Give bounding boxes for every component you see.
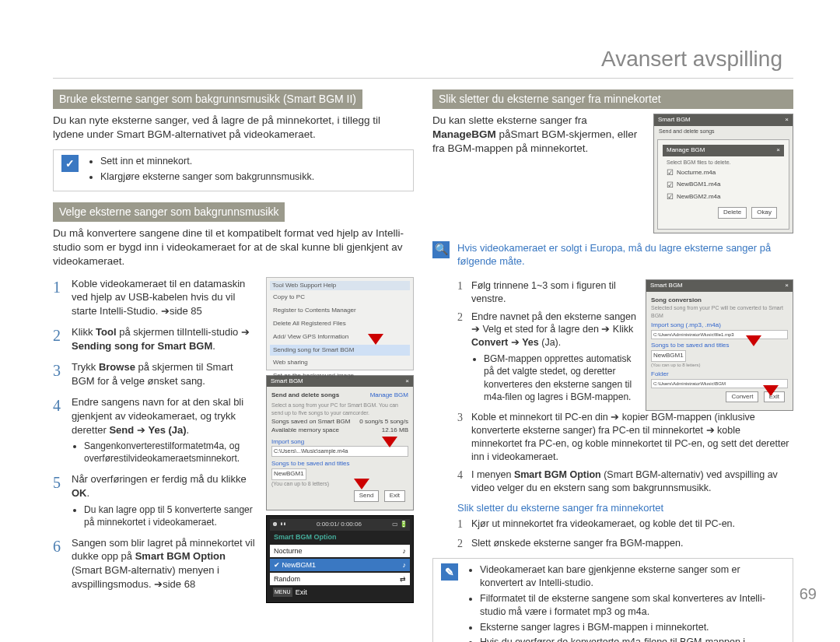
dialog-subtitle: Send and delete songs (654, 126, 793, 136)
dialog-subtitle: Song conversion (651, 296, 702, 303)
step-number: 2 (457, 537, 471, 552)
step-number: 3 (53, 360, 72, 381)
menu-item: Web sharing (270, 357, 410, 369)
path-field: C:\Users\...\Music\sample.m4a (271, 446, 408, 456)
hint: (You can up to 8 letters) (271, 480, 408, 487)
step-text: Endre navnet på den eksterne sangen ➔ Ve… (471, 310, 638, 403)
menu-item: Register to Contents Manager (270, 305, 410, 317)
menu-item-highlight: Sending song for Smart BGM (270, 345, 410, 356)
magnify-icon: 🔍 (432, 241, 450, 258)
label: Songs to be saved and titles (651, 342, 788, 350)
dialog-title: Smart BGM (658, 116, 691, 125)
europe-note-callout: 🔍 Hvis videokameraet er solgt i Europa, … (432, 241, 793, 268)
section-heading-smart-bgm: Bruke eksterne sanger som bakgrunnsmusik… (53, 89, 362, 109)
red-arrow-icon (354, 479, 369, 489)
dialog-subtitle: Send and delete songs (271, 391, 339, 400)
prereq-item: Klargjøre eksterne sanger som bakgrunnsm… (100, 170, 314, 184)
label: Import song (.mp3, .m4a) (651, 321, 788, 330)
step-text: I menyen Smart BGM Option (Smart BGM-alt… (471, 468, 793, 495)
name-field: NewBGM1 (271, 468, 306, 480)
prereq-item: Sett inn et minnekort. (100, 155, 314, 168)
step-number: 4 (457, 468, 471, 483)
red-arrow-icon (746, 335, 761, 346)
check-item: Nocturne.m4a (667, 167, 780, 178)
exit-label: Exit (296, 588, 307, 597)
red-arrow-icon (382, 437, 397, 447)
red-arrow-icon (368, 334, 383, 345)
menu-title: Smart BGM Option (270, 531, 410, 543)
menu-option: Nocturne (274, 546, 303, 556)
exit-button: Exit (384, 490, 405, 502)
label: Available memory space (271, 426, 339, 435)
note-item: Filformatet til de eksterne sangene som … (480, 592, 785, 619)
prereq-callout: ✓ Sett inn et minnekort. Klargjøre ekste… (53, 149, 414, 191)
play-controls-icon: ⏺ ▮▮ (272, 521, 286, 529)
convert-dialog-screenshot: Smart BGM× Song conversion Selected song… (646, 279, 793, 412)
menu-option-selected: NewBGM1 (282, 561, 317, 569)
step-text: Endre sangens navn for at den skal bli g… (72, 395, 258, 465)
step-number: 2 (53, 325, 72, 346)
manage-bgm-link: Manage BGM (370, 391, 408, 400)
section-heading-select-songs: Velge eksterne sanger som bakgrunnsmusik… (53, 202, 285, 222)
step-text: Trykk Browse på skjermen til Smart BGM f… (72, 360, 258, 388)
smart-bgm-dialog-screenshot: Smart BGM× Send and delete songs Manage … (266, 375, 414, 510)
step-text: Følg trinnene 1~3 som i figuren til vens… (471, 279, 638, 306)
note-item: Videokameraet kan bare gjenkjenne ekster… (480, 563, 785, 590)
page-number: 69 (800, 585, 817, 603)
note-item: Eksterne sanger lagres i BGM-mappen i mi… (480, 621, 785, 634)
step-text: Klikk Tool på skjermen tilIntelli-studio… (72, 325, 258, 353)
menu-tabs: Tool Web Support Help (270, 281, 410, 291)
step-number: 1 (53, 277, 72, 298)
subheading-delete: Slik sletter du eksterne sanger fra minn… (457, 501, 793, 515)
convert-button: Convert (726, 391, 758, 403)
dialog-desc: Select BGM files to delete. (667, 159, 780, 166)
page-title: Avansert avspilling (53, 47, 793, 79)
step-sub: Sangenkonverterestilformatetm4a, og over… (84, 440, 258, 465)
close-icon: × (785, 282, 789, 290)
label: Songs to be saved and titles (271, 460, 408, 468)
step-text: Når overføringen er ferdig må du klikke … (72, 472, 258, 528)
check-item: NewBGM2.m4a (667, 191, 780, 202)
step-number: 1 (457, 517, 471, 532)
close-icon: × (785, 116, 789, 125)
close-icon: × (776, 146, 780, 155)
label: Folder (651, 370, 788, 379)
step-number: 4 (53, 395, 72, 416)
check-icon: ✓ (61, 155, 79, 172)
send-button: Send (354, 490, 380, 502)
step-number: 6 (53, 536, 72, 557)
intro-paragraph-1: Du kan nyte eksterne sanger, ved å lagre… (53, 114, 414, 142)
menu-item: Copy to PC (270, 292, 410, 303)
time-display: 0:00:01/ 0:00:06 (317, 521, 362, 529)
menu-item: Add/ View GPS Information (270, 332, 410, 343)
step-text: Koble et minnekort til PC-en din ➔ kopie… (471, 411, 793, 464)
final-note-callout: ✎ Videokameraet kan bare gjenkjenne ekst… (432, 558, 793, 642)
dialog-title: Smart BGM (650, 282, 683, 290)
value: 0 song/s 5 song/s (359, 418, 408, 426)
step-text: Slett ønskede eksterne sanger fra BGM-ma… (471, 537, 793, 550)
red-arrow-icon (763, 385, 779, 396)
intro-paragraph-2: Du må konvertere sangene dine til et kom… (53, 226, 414, 269)
step-text: Koble videokameraet til en datamaskin ve… (72, 277, 258, 318)
callout-text: Hvis videokameraet er solgt i Europa, må… (457, 241, 793, 268)
hint: (You can up to 8 letters) (651, 362, 788, 368)
battery-icon: ▭ 🔋 (392, 521, 408, 529)
inner-title: Manage BGM (667, 146, 705, 155)
value: 12.16 MB (382, 426, 408, 435)
path-field: C:\Users\Administrator\Music\file1.mp3 (651, 330, 788, 339)
intro-paragraph-3: Du kan slette eksterne sanger fra Manage… (432, 114, 646, 233)
note-item: Hvis du overfører de konverterte m4a-fil… (480, 636, 785, 642)
step-number: 2 (457, 310, 471, 325)
step-number: 3 (457, 411, 471, 426)
step-sub: BGM-mappen opprettes automatisk på det v… (484, 353, 638, 403)
delete-button: Delete (718, 207, 747, 219)
step-text: Sangen som blir lagret på minnekortet vi… (72, 536, 258, 591)
step-text: Kjør ut minnekortet fra videokameraet, o… (471, 517, 793, 531)
section-heading-delete: Slik sletter du eksterne sanger fra minn… (432, 89, 793, 109)
menu-option: Random (274, 574, 300, 584)
menu-icon: MENU (273, 588, 292, 596)
tool-menu-screenshot: Tool Web Support Help Copy to PC Registe… (266, 277, 414, 370)
step-sub: Du kan lagre opp til 5 konverterte sange… (84, 503, 258, 528)
pen-icon: ✎ (441, 563, 458, 581)
label: Songs saved on Smart BGM (271, 418, 350, 426)
